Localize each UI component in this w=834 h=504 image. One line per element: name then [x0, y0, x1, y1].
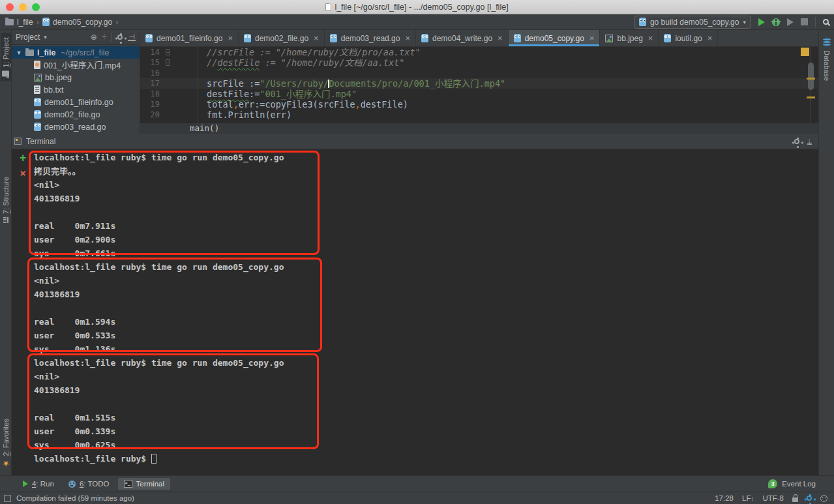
tree-item-demo01_fileinfo.go[interactable]: demo01_fileinfo.go	[12, 96, 140, 108]
tree-item-label: l_file	[37, 48, 56, 57]
tree-item-bb.jpeg[interactable]: bb.jpeg	[12, 71, 140, 83]
warning-stripe-mark[interactable]	[807, 78, 815, 80]
lock-icon[interactable]	[792, 497, 798, 502]
tab-label: demo01_fileinfo.go	[156, 34, 222, 43]
tab-ioutil.go[interactable]: ioutil.go×	[659, 30, 718, 46]
code-line-18[interactable]: 18destFile:="001_小程序入门.mp4"	[140, 89, 818, 99]
fold-marker-icon[interactable]	[166, 49, 170, 55]
breadcrumb-item-demo05_copy.go[interactable]: demo05_copy.go	[42, 18, 112, 27]
close-tab-icon[interactable]: ×	[228, 33, 233, 43]
tree-item-label: demo02_file.go	[44, 110, 100, 119]
left-tool-stripe: 1: Project7: Structure★2: Favorites	[0, 30, 12, 475]
terminal-line: <nil>	[34, 178, 818, 192]
run-configuration-select[interactable]: go build demo05_copy.go ▾	[634, 16, 751, 29]
code-line-14[interactable]: 14//srcFile := "/home/ruby/文档/pro/aa.txt…	[140, 47, 818, 57]
tool-stripe-database[interactable]: Database	[822, 34, 832, 85]
terminal-prompt[interactable]: localhost:l_file ruby$	[34, 452, 818, 466]
tab-demo01_fileinfo.go[interactable]: demo01_fileinfo.go×	[140, 30, 239, 46]
close-session-icon[interactable]: ×	[20, 167, 26, 180]
tool-stripe-favorites[interactable]: ★2: Favorites	[1, 414, 11, 473]
status-message: Compilation failed (59 minutes ago)	[16, 494, 134, 502]
tree-item-demo02_file.go[interactable]: demo02_file.go	[12, 108, 140, 121]
collapse-all-icon[interactable]: ÷	[102, 33, 107, 42]
tree-item-l_file[interactable]: ▼l_file~/go/src/l_file	[12, 46, 140, 59]
folder-icon	[5, 19, 14, 25]
tree-item-bb.txt[interactable]: bb.txt	[12, 83, 140, 96]
run-button[interactable]	[758, 18, 765, 26]
status-bar: Compilation failed (59 minutes ago) 17:2…	[0, 492, 834, 504]
terminal-line: sys 0m7.661s	[34, 246, 818, 260]
close-tab-icon[interactable]: ×	[648, 33, 653, 43]
search-everywhere-button[interactable]	[823, 19, 829, 25]
code-line-20[interactable]: 20fmt.Println(err)	[140, 110, 818, 120]
tool-window-switcher-icon[interactable]	[4, 495, 11, 502]
terminal-panel: Terminal ↓ + × localhost:l_file ruby$ ti…	[12, 134, 818, 475]
line-ending-selector[interactable]: LF↕	[742, 494, 754, 502]
media-icon	[34, 61, 40, 69]
tool-window-button-label: Terminal	[136, 480, 164, 488]
tree-item-demo03_read.go[interactable]: demo03_read.go	[12, 121, 140, 133]
code-lines: 14//srcFile := "/home/ruby/文档/pro/aa.txt…	[140, 47, 818, 120]
tool-window-button-terminal[interactable]: Terminal	[118, 478, 170, 490]
breadcrumb: l_file›demo05_copy.go›	[5, 17, 119, 27]
tab-bb.jpeg[interactable]: bb.jpeg×	[600, 30, 659, 46]
tab-label: demo02_file.go	[255, 34, 308, 43]
tree-item-001_小程序入门.mp4[interactable]: 001_小程序入门.mp4	[12, 59, 140, 71]
tool-window-button-todo[interactable]: 6: TODO	[63, 478, 115, 490]
debug-button[interactable]	[772, 18, 780, 26]
tool-window-button-run[interactable]: 4: Run	[17, 478, 60, 490]
close-tab-icon[interactable]: ×	[405, 33, 410, 43]
line-number: 19	[140, 99, 162, 110]
code-token: destFile	[217, 57, 260, 68]
tree-item-label: 001_小程序入门.mp4	[44, 59, 121, 71]
terminal-settings-gear-icon[interactable]	[794, 139, 799, 144]
run-with-coverage-button[interactable]	[787, 18, 794, 26]
tab-demo03_read.go[interactable]: demo03_read.go×	[325, 30, 416, 46]
settings-gear-icon[interactable]	[807, 496, 812, 501]
tool-window-icon	[14, 138, 22, 145]
tab-demo04_write.go[interactable]: demo04_write.go×	[416, 30, 509, 46]
expand-arrow-icon[interactable]: ▼	[16, 50, 22, 56]
hide-panel-icon[interactable]: ⊣	[128, 34, 136, 41]
project-panel-header: Project ▾ ⊕ ÷ ⊣	[12, 30, 140, 45]
stop-button[interactable]	[801, 18, 808, 25]
breadcrumb-item-l_file[interactable]: l_file	[5, 18, 33, 27]
close-tab-icon[interactable]: ×	[589, 33, 595, 43]
run-icon	[23, 481, 28, 487]
scrollbar-thumb[interactable]	[808, 63, 814, 90]
go-icon	[421, 34, 428, 42]
close-tab-icon[interactable]: ×	[707, 33, 713, 43]
editor-body[interactable]: 14//srcFile := "/home/ruby/文档/pro/aa.txt…	[140, 47, 818, 123]
code-line-16[interactable]: 16	[140, 68, 818, 78]
code-line-19[interactable]: 19total,err:=copyFile3(srcFile,destFile)	[140, 99, 818, 110]
gear-icon[interactable]	[117, 35, 123, 40]
hide-terminal-icon[interactable]: ↓	[807, 138, 812, 145]
tool-stripe-project[interactable]: 1: Project	[1, 33, 11, 81]
terminal-line: localhost:l_file ruby$ time go run demo0…	[34, 260, 818, 274]
inspection-status-square[interactable]	[801, 48, 809, 56]
new-session-icon[interactable]: +	[20, 151, 26, 164]
database-icon	[823, 38, 831, 47]
event-log-button[interactable]: 3 Event Log	[768, 479, 825, 488]
tab-demo05_copy.go[interactable]: demo05_copy.go×	[509, 30, 601, 46]
tool-stripe-structure[interactable]: 7: Structure	[1, 172, 11, 228]
close-tab-icon[interactable]: ×	[314, 33, 319, 43]
projtool-icon	[2, 70, 9, 76]
editor-area: demo01_fileinfo.go×demo02_file.go×demo03…	[140, 30, 818, 134]
locate-icon[interactable]: ⊕	[91, 33, 97, 42]
terminal-output[interactable]: + × localhost:l_file ruby$ time go run d…	[12, 149, 818, 475]
hector-inspection-icon[interactable]	[820, 495, 827, 502]
code-line-17[interactable]: 17srcFile :="/Users/ruby/Documents/pro/a…	[140, 78, 818, 89]
terminal-line: 拷贝完毕。。	[34, 164, 818, 178]
breadcrumb-separator: ›	[115, 17, 118, 27]
project-tree: ▼l_file~/go/src/l_file001_小程序入门.mp4bb.jp…	[12, 45, 140, 134]
close-tab-icon[interactable]: ×	[498, 33, 503, 43]
encoding-selector[interactable]: UTF-8	[762, 494, 784, 502]
fold-marker-icon[interactable]	[166, 59, 170, 66]
tab-demo02_file.go[interactable]: demo02_file.go×	[239, 30, 325, 46]
code-line-15[interactable]: 15//destFile := "/home/ruby/文档/aa.txt"	[140, 57, 818, 68]
right-tool-stripe: Database	[818, 30, 834, 475]
chevron-down-icon[interactable]: ▾	[44, 34, 47, 40]
go-icon	[34, 123, 41, 131]
warning-stripe-mark[interactable]	[807, 96, 815, 98]
